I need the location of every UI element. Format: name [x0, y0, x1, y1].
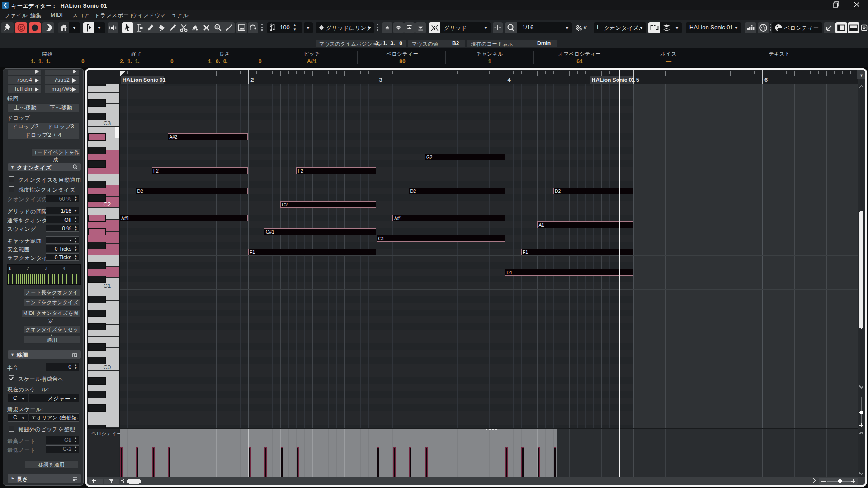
svg-text:C2: C2 — [282, 202, 288, 207]
svg-text:C1: C1 — [104, 282, 111, 289]
svg-text:D1: D1 — [507, 270, 513, 275]
svg-text:F2: F2 — [298, 169, 303, 174]
svg-text:G2: G2 — [426, 155, 433, 160]
svg-text:C2: C2 — [104, 201, 111, 208]
svg-text:5: 5 — [636, 76, 639, 83]
svg-text:D2: D2 — [555, 189, 561, 194]
svg-text:A#1: A#1 — [394, 216, 402, 221]
svg-text:4: 4 — [508, 76, 511, 83]
svg-text:A#1: A#1 — [121, 216, 129, 221]
svg-text:D2: D2 — [137, 189, 143, 194]
svg-text:C3: C3 — [104, 120, 111, 127]
svg-text:2: 2 — [250, 76, 254, 83]
svg-text:G1: G1 — [378, 236, 384, 241]
svg-text:▼: ▼ — [859, 73, 863, 78]
svg-text:G#1: G#1 — [266, 230, 274, 235]
svg-text:ベロシティー: ベロシティー — [91, 431, 122, 436]
svg-text:F1: F1 — [250, 250, 255, 255]
svg-text:F2: F2 — [153, 169, 159, 174]
svg-text:A1: A1 — [539, 223, 545, 228]
svg-text:F1: F1 — [523, 250, 528, 255]
svg-text:6: 6 — [764, 76, 768, 83]
svg-text:HALion Sonic 01: HALion Sonic 01 — [123, 77, 166, 83]
svg-text:HALion Sonic 01: HALion Sonic 01 — [592, 77, 635, 83]
svg-text:A#2: A#2 — [170, 135, 178, 140]
svg-text:D2: D2 — [410, 189, 416, 194]
svg-text:C0: C0 — [104, 364, 111, 371]
svg-text:3: 3 — [379, 76, 382, 83]
